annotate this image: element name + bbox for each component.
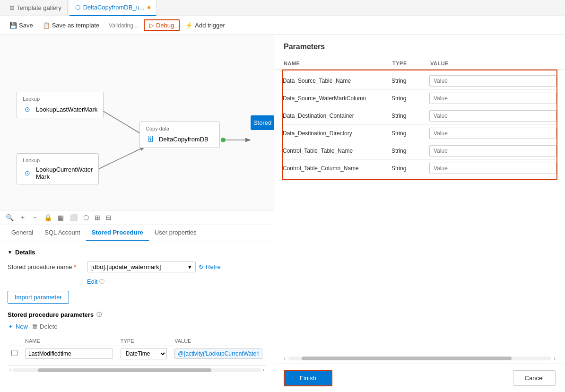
tab-sql-account[interactable]: SQL Account — [39, 225, 86, 241]
tab-user-properties[interactable]: User properties — [149, 225, 202, 241]
right-bottom-bar: Finish Cancel — [274, 364, 565, 392]
param-type-2: String — [391, 113, 429, 119]
barcode-icon[interactable]: ▦ — [58, 214, 64, 221]
param-value-3[interactable] — [429, 128, 556, 139]
param-type-3: String — [391, 130, 429, 137]
param-row-2: Data_Destination_Container String — [283, 107, 556, 125]
param-name-5: Control_Table_Column_Name — [283, 165, 391, 172]
param-value-1[interactable] — [429, 93, 556, 104]
row-checkbox-cell[interactable] — [8, 346, 21, 362]
row-checkbox[interactable] — [11, 350, 17, 356]
right-scrollbar-row[interactable]: ‹ › — [274, 353, 565, 364]
delete-param-button[interactable]: 🗑 Delete — [32, 322, 58, 331]
param-value-5[interactable] — [429, 163, 556, 174]
tab-pipeline[interactable]: ⬡ DeltaCopyfromDB_u... — [70, 0, 156, 16]
remove-node-icon[interactable]: － — [32, 213, 38, 222]
debug-play-icon: ▷ — [149, 22, 154, 29]
col-name-header: NAME — [21, 336, 117, 346]
sp-name-row: Stored procedure name * [dbo].[update_wa… — [8, 261, 266, 272]
grid-icon: ⊞ — [9, 4, 15, 11]
tab-stored-procedure[interactable]: Stored Procedure — [86, 225, 149, 241]
canvas-panel: Lookup ⊙ LookupLastWaterMark Lookup ⊙ Lo… — [0, 35, 274, 392]
horizontal-scrollbar[interactable]: ‹ › — [8, 365, 266, 375]
search-canvas-icon[interactable]: 🔍 — [6, 214, 14, 221]
svg-point-7 — [221, 138, 226, 142]
param-type-select[interactable]: DateTime String Int — [121, 348, 167, 359]
sp-params-header: Stored procedure parameters ⓘ — [8, 311, 266, 318]
right-scrollbar-track[interactable] — [288, 357, 551, 360]
trash-icon: 🗑 — [32, 323, 38, 330]
value-input-5[interactable] — [429, 163, 556, 174]
scrollbar-thumb[interactable] — [38, 368, 211, 372]
col-value-header: VALUE — [171, 336, 266, 346]
pipeline-canvas-area[interactable]: Lookup ⊙ LookupLastWaterMark Lookup ⊙ Lo… — [0, 35, 274, 210]
lookup1-node[interactable]: Lookup ⊙ LookupLastWaterMark — [17, 92, 104, 118]
layout-icon[interactable]: ⊞ — [95, 214, 100, 221]
param-value-cell[interactable] — [171, 346, 266, 362]
refresh-label: Refre — [206, 263, 221, 270]
import-param-row: Import parameter — [8, 291, 266, 304]
param-value-0[interactable] — [429, 75, 556, 87]
copydata-name: DeltaCopyfromDB — [159, 136, 209, 143]
value-input-4[interactable] — [429, 145, 556, 157]
param-name-cell[interactable] — [21, 346, 117, 362]
import-parameter-button[interactable]: Import parameter — [8, 291, 69, 304]
param-type-cell[interactable]: DateTime String Int — [117, 346, 171, 362]
add-node-icon[interactable]: ＋ — [19, 213, 26, 222]
copydata-node[interactable]: Copy data 🗄 DeltaCopyfromDB — [139, 122, 220, 148]
cancel-button[interactable]: Cancel — [513, 370, 556, 386]
table-row: DateTime String Int — [8, 346, 266, 362]
grid-layout-icon[interactable]: ⊟ — [106, 214, 112, 221]
debug-button[interactable]: ▷ Debug — [144, 19, 180, 31]
param-name-4: Control_Table_Table_Name — [283, 148, 391, 154]
right-scrollbar-thumb[interactable] — [302, 357, 512, 360]
unsaved-dot — [148, 6, 150, 9]
tab-general[interactable]: General — [6, 225, 39, 241]
edit-link[interactable]: Edit ⓘ — [87, 278, 266, 285]
details-chevron-icon: ▼ — [8, 250, 12, 255]
sp-name-select[interactable]: [dbo].[update_watermark] ▾ — [87, 261, 196, 272]
param-name-input[interactable] — [25, 348, 113, 359]
main-toolbar: 💾 Save 📋 Save as template Validating... … — [0, 16, 565, 35]
stored-procedure-content: ▼ Details Stored procedure name * [dbo].… — [0, 241, 274, 392]
param-value-input[interactable] — [174, 348, 262, 359]
param-row-4: Control_Table_Table_Name String — [283, 142, 556, 160]
main-area: Lookup ⊙ LookupLastWaterMark Lookup ⊙ Lo… — [0, 35, 565, 392]
value-input-3[interactable] — [429, 128, 556, 139]
save-as-template-button[interactable]: 📋 Save as template — [39, 20, 103, 31]
tab-template-gallery[interactable]: ⊞ Template gallery — [4, 0, 68, 16]
scroll-left-icon[interactable]: ‹ — [9, 367, 11, 373]
col-type-header: TYPE — [117, 336, 171, 346]
save-button[interactable]: 💾 Save — [6, 20, 37, 31]
right-scroll-left-icon[interactable]: ‹ — [284, 355, 286, 362]
finish-button[interactable]: Finish — [284, 370, 332, 386]
sp-actions: ＋ New 🗑 Delete — [8, 322, 266, 331]
svg-line-0 — [97, 107, 144, 136]
value-input-1[interactable] — [429, 93, 556, 104]
value-input-0[interactable] — [429, 75, 556, 87]
param-value-2[interactable] — [429, 110, 556, 122]
scroll-right-icon[interactable]: › — [263, 367, 264, 373]
select-icon[interactable]: ⬡ — [83, 214, 89, 221]
lookup1-header: Lookup — [23, 96, 97, 102]
lookup2-node[interactable]: Lookup ⊙ LookupCurrentWaterMark — [17, 153, 99, 184]
save-template-icon: 📋 — [43, 22, 50, 29]
required-indicator: * — [74, 263, 76, 270]
svg-line-1 — [97, 147, 144, 170]
add-trigger-button[interactable]: ⚡ Add trigger — [182, 20, 229, 31]
frame-icon[interactable]: ⬜ — [70, 214, 78, 221]
param-row-3: Data_Destination_Directory String — [283, 125, 556, 142]
tab-gallery-label: Template gallery — [17, 4, 61, 11]
col-type-label: TYPE — [392, 61, 430, 66]
right-scroll-right-icon[interactable]: › — [554, 355, 556, 362]
new-param-button[interactable]: ＋ New — [8, 322, 28, 331]
param-value-4[interactable] — [429, 145, 556, 157]
lock-icon[interactable]: 🔒 — [44, 214, 52, 221]
param-name-3: Data_Destination_Directory — [283, 130, 391, 137]
col-checkbox — [8, 336, 21, 346]
refresh-button[interactable]: ↻ Refre — [199, 263, 221, 270]
value-input-2[interactable] — [429, 110, 556, 122]
scrollbar-track[interactable] — [13, 368, 261, 372]
stored-label: Stored — [253, 119, 271, 126]
stored-node[interactable]: Stored — [251, 115, 274, 130]
